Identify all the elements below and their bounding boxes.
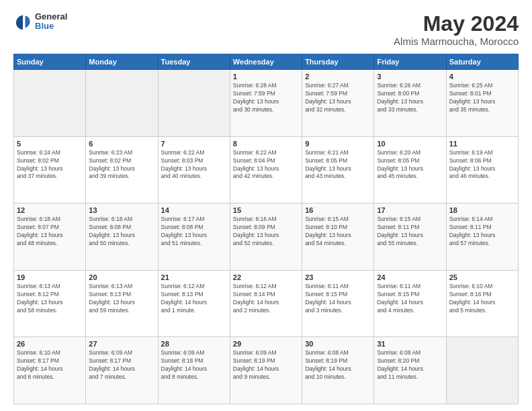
day-number: 4 <box>449 73 515 81</box>
day-info: Sunrise: 6:16 AMSunset: 8:09 PMDaylight:… <box>233 216 299 248</box>
col-sunday: Sunday <box>14 54 86 70</box>
calendar-cell <box>86 70 158 137</box>
day-number: 26 <box>17 340 83 348</box>
calendar-week-5: 26Sunrise: 6:10 AMSunset: 8:17 PMDayligh… <box>14 337 519 404</box>
calendar-cell: 12Sunrise: 6:18 AMSunset: 8:07 PMDayligh… <box>14 203 86 271</box>
calendar-cell: 3Sunrise: 6:26 AMSunset: 8:00 PMDaylight… <box>374 70 446 137</box>
day-info: Sunrise: 6:10 AMSunset: 8:16 PMDaylight:… <box>449 283 515 315</box>
day-number: 13 <box>89 206 154 214</box>
header: General Blue May 2024 Almis Marmoucha, M… <box>13 12 519 47</box>
calendar-cell: 16Sunrise: 6:15 AMSunset: 8:10 PMDayligh… <box>302 203 374 271</box>
col-tuesday: Tuesday <box>158 54 230 70</box>
day-info: Sunrise: 6:19 AMSunset: 8:06 PMDaylight:… <box>449 149 515 181</box>
title-section: May 2024 Almis Marmoucha, Morocco <box>394 12 519 47</box>
calendar-cell: 7Sunrise: 6:22 AMSunset: 8:03 PMDaylight… <box>158 136 230 203</box>
day-info: Sunrise: 6:13 AMSunset: 8:12 PMDaylight:… <box>17 283 83 315</box>
calendar-cell: 8Sunrise: 6:22 AMSunset: 8:04 PMDaylight… <box>230 136 302 203</box>
calendar-cell: 24Sunrise: 6:11 AMSunset: 8:15 PMDayligh… <box>374 270 446 337</box>
logo-general-label: General <box>35 12 67 21</box>
day-number: 7 <box>161 140 227 148</box>
calendar-cell: 14Sunrise: 6:17 AMSunset: 8:08 PMDayligh… <box>158 203 230 271</box>
day-info: Sunrise: 6:26 AMSunset: 8:00 PMDaylight:… <box>377 82 443 114</box>
day-info: Sunrise: 6:15 AMSunset: 8:11 PMDaylight:… <box>377 216 443 248</box>
day-number: 20 <box>89 273 154 281</box>
day-info: Sunrise: 6:24 AMSunset: 8:02 PMDaylight:… <box>17 149 83 181</box>
day-info: Sunrise: 6:10 AMSunset: 8:17 PMDaylight:… <box>17 349 83 381</box>
calendar-cell: 22Sunrise: 6:12 AMSunset: 8:14 PMDayligh… <box>230 270 302 337</box>
day-number: 15 <box>233 206 299 214</box>
day-info: Sunrise: 6:23 AMSunset: 8:02 PMDaylight:… <box>89 149 154 181</box>
day-info: Sunrise: 6:18 AMSunset: 8:08 PMDaylight:… <box>89 216 154 248</box>
day-info: Sunrise: 6:09 AMSunset: 8:18 PMDaylight:… <box>161 349 227 381</box>
col-friday: Friday <box>374 54 446 70</box>
day-number: 25 <box>449 273 515 281</box>
calendar-cell: 23Sunrise: 6:11 AMSunset: 8:15 PMDayligh… <box>302 270 374 337</box>
day-info: Sunrise: 6:12 AMSunset: 8:13 PMDaylight:… <box>161 283 227 315</box>
col-saturday: Saturday <box>446 54 518 70</box>
day-number: 5 <box>17 140 83 148</box>
day-number: 12 <box>17 206 83 214</box>
calendar-week-3: 12Sunrise: 6:18 AMSunset: 8:07 PMDayligh… <box>14 203 519 271</box>
logo-blue-label: Blue <box>35 21 67 31</box>
logo: General Blue <box>13 12 67 32</box>
day-number: 29 <box>233 340 299 348</box>
calendar-cell: 15Sunrise: 6:16 AMSunset: 8:09 PMDayligh… <box>230 203 302 271</box>
day-info: Sunrise: 6:18 AMSunset: 8:07 PMDaylight:… <box>17 216 83 248</box>
calendar-cell: 28Sunrise: 6:09 AMSunset: 8:18 PMDayligh… <box>158 337 230 404</box>
calendar-cell: 11Sunrise: 6:19 AMSunset: 8:06 PMDayligh… <box>446 136 518 203</box>
calendar-cell: 27Sunrise: 6:09 AMSunset: 8:17 PMDayligh… <box>86 337 158 404</box>
day-number: 18 <box>449 206 515 214</box>
calendar-cell <box>446 337 518 404</box>
page: General Blue May 2024 Almis Marmoucha, M… <box>0 0 532 411</box>
calendar-week-4: 19Sunrise: 6:13 AMSunset: 8:12 PMDayligh… <box>14 270 519 337</box>
day-number: 10 <box>377 140 443 148</box>
day-info: Sunrise: 6:15 AMSunset: 8:10 PMDaylight:… <box>305 216 371 248</box>
calendar-cell: 2Sunrise: 6:27 AMSunset: 7:59 PMDaylight… <box>302 70 374 137</box>
calendar-cell: 10Sunrise: 6:20 AMSunset: 8:05 PMDayligh… <box>374 136 446 203</box>
day-info: Sunrise: 6:13 AMSunset: 8:13 PMDaylight:… <box>89 283 154 315</box>
calendar-week-1: 1Sunrise: 6:28 AMSunset: 7:59 PMDaylight… <box>14 70 519 137</box>
month-title: May 2024 <box>394 12 519 36</box>
calendar-cell: 19Sunrise: 6:13 AMSunset: 8:12 PMDayligh… <box>14 270 86 337</box>
logo-text: General Blue <box>35 12 67 32</box>
day-number: 6 <box>89 140 154 148</box>
day-info: Sunrise: 6:27 AMSunset: 7:59 PMDaylight:… <box>305 82 371 114</box>
day-info: Sunrise: 6:11 AMSunset: 8:15 PMDaylight:… <box>305 283 371 315</box>
day-info: Sunrise: 6:11 AMSunset: 8:15 PMDaylight:… <box>377 283 443 315</box>
day-number: 9 <box>305 140 371 148</box>
header-row: Sunday Monday Tuesday Wednesday Thursday… <box>14 54 519 70</box>
location: Almis Marmoucha, Morocco <box>394 36 519 47</box>
calendar-cell: 26Sunrise: 6:10 AMSunset: 8:17 PMDayligh… <box>14 337 86 404</box>
logo-icon <box>13 12 32 31</box>
calendar-cell: 20Sunrise: 6:13 AMSunset: 8:13 PMDayligh… <box>86 270 158 337</box>
day-number: 14 <box>161 206 227 214</box>
day-number: 27 <box>89 340 154 348</box>
day-info: Sunrise: 6:17 AMSunset: 8:08 PMDaylight:… <box>161 216 227 248</box>
day-number: 19 <box>17 273 83 281</box>
col-wednesday: Wednesday <box>230 54 302 70</box>
day-number: 21 <box>161 273 227 281</box>
calendar-table: Sunday Monday Tuesday Wednesday Thursday… <box>13 54 519 404</box>
day-number: 28 <box>161 340 227 348</box>
day-info: Sunrise: 6:09 AMSunset: 8:19 PMDaylight:… <box>233 349 299 381</box>
calendar-cell: 4Sunrise: 6:25 AMSunset: 8:01 PMDaylight… <box>446 70 518 137</box>
day-info: Sunrise: 6:20 AMSunset: 8:05 PMDaylight:… <box>377 149 443 181</box>
day-number: 17 <box>377 206 443 214</box>
col-thursday: Thursday <box>302 54 374 70</box>
day-info: Sunrise: 6:25 AMSunset: 8:01 PMDaylight:… <box>449 82 515 114</box>
day-number: 16 <box>305 206 371 214</box>
day-number: 8 <box>233 140 299 148</box>
calendar-cell: 29Sunrise: 6:09 AMSunset: 8:19 PMDayligh… <box>230 337 302 404</box>
calendar-cell: 5Sunrise: 6:24 AMSunset: 8:02 PMDaylight… <box>14 136 86 203</box>
day-info: Sunrise: 6:21 AMSunset: 8:05 PMDaylight:… <box>305 149 371 181</box>
day-number: 2 <box>305 73 371 81</box>
col-monday: Monday <box>86 54 158 70</box>
day-number: 30 <box>305 340 371 348</box>
day-number: 22 <box>233 273 299 281</box>
day-info: Sunrise: 6:08 AMSunset: 8:20 PMDaylight:… <box>377 349 443 381</box>
calendar-cell <box>14 70 86 137</box>
calendar-cell: 6Sunrise: 6:23 AMSunset: 8:02 PMDaylight… <box>86 136 158 203</box>
day-info: Sunrise: 6:22 AMSunset: 8:04 PMDaylight:… <box>233 149 299 181</box>
calendar-cell: 1Sunrise: 6:28 AMSunset: 7:59 PMDaylight… <box>230 70 302 137</box>
day-info: Sunrise: 6:14 AMSunset: 8:11 PMDaylight:… <box>449 216 515 248</box>
